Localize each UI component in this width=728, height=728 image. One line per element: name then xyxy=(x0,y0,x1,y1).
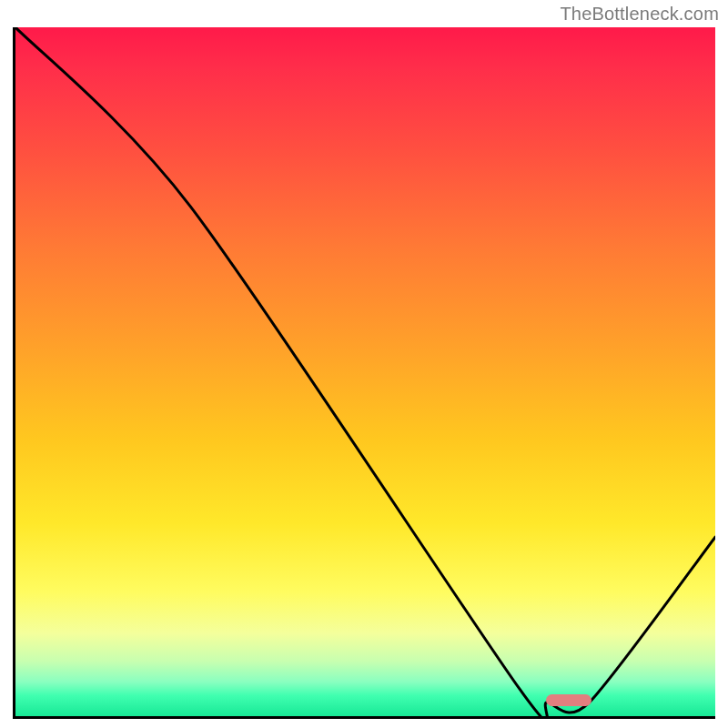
watermark-text: TheBottleneck.com xyxy=(560,4,719,25)
bottleneck-curve-path xyxy=(15,27,715,716)
chart-plot-area xyxy=(13,27,715,719)
bottleneck-curve-svg xyxy=(15,27,715,716)
optimal-marker-pill xyxy=(546,694,592,706)
